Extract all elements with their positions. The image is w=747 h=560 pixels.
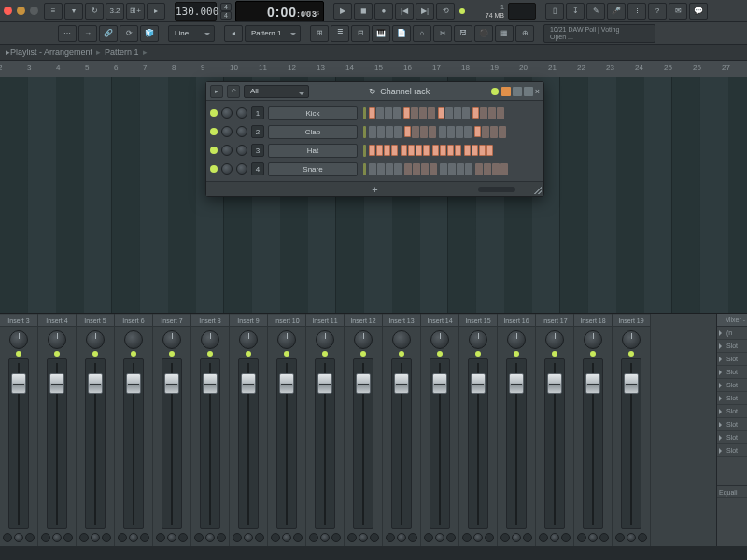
mixer-track[interactable]: Insert 11 [306,314,345,546]
route-button[interactable] [561,533,571,542]
fader-slot[interactable] [544,358,565,529]
step-button[interactable] [420,126,428,138]
step-button[interactable] [486,145,493,156]
step-button[interactable] [408,145,415,156]
pan-knob[interactable] [354,330,373,349]
channel-name-button[interactable]: Hat [268,144,358,158]
track-label[interactable]: Insert 17 [536,315,573,327]
mute-button[interactable] [233,533,242,542]
toolbar-button[interactable]: 🎤 [607,3,626,20]
toolbar-button[interactable]: ✎ [586,3,605,20]
track-led-icon[interactable] [437,351,443,357]
mixer-track[interactable]: Insert 15 [459,314,498,546]
step-button[interactable] [394,126,402,138]
step-button[interactable] [413,163,420,175]
toolbar-button[interactable]: ⊟ [351,25,370,42]
step-button[interactable] [376,107,384,119]
step-button[interactable] [465,163,472,175]
step-button[interactable] [454,107,461,119]
route-button[interactable] [331,533,341,542]
mixer-track[interactable]: Insert 5 [77,314,115,546]
toolbar-button[interactable]: 3.2 [106,3,124,20]
fader-cap[interactable] [471,373,486,394]
toolbar-button[interactable]: |◀ [395,3,414,20]
toolbar-button[interactable]: 🖫 [454,25,472,42]
toolbar-button[interactable]: ? [648,3,667,20]
toolbar-button[interactable]: ⊞+ [126,3,145,20]
channel-pan-knob[interactable] [221,163,233,175]
channel-number[interactable]: 3 [251,144,264,157]
step-button[interactable] [440,145,446,156]
step-sequencer[interactable] [363,145,495,157]
fader-slot[interactable] [583,358,603,529]
fader-slot[interactable] [123,358,144,529]
channel-led-icon[interactable] [210,109,218,117]
step-button[interactable] [411,107,418,119]
fader-cap[interactable] [203,373,218,394]
route-button[interactable] [293,533,303,542]
mixer-track[interactable]: Insert 13 [383,314,421,546]
mute-button[interactable] [271,533,280,542]
route-button[interactable] [485,533,494,542]
pan-knob[interactable] [507,330,526,349]
fader-slot[interactable] [8,358,29,529]
timesig-top[interactable]: 4 [220,3,232,11]
fader-slot[interactable] [315,358,335,529]
mute-button[interactable] [41,533,50,542]
fader-cap[interactable] [164,373,179,394]
track-led-icon[interactable] [514,351,519,357]
velocity-bar[interactable] [363,145,366,157]
mute-button[interactable] [539,533,548,542]
step-button[interactable] [464,145,471,156]
velocity-bar[interactable] [363,163,366,175]
mixer-track[interactable]: Insert 10 [268,314,306,546]
pan-knob[interactable] [622,330,641,349]
track-label[interactable]: Insert 13 [383,315,420,327]
track-label[interactable]: Insert 12 [345,315,382,327]
track-label[interactable]: Insert 5 [77,315,114,327]
channel-rack-window[interactable]: ▸ ↶ All ↻ Channel rack × 1Kick2Clap3Hat4… [205,81,544,197]
fader-slot[interactable] [200,358,220,529]
route-button[interactable] [446,533,456,542]
toolbar-button[interactable]: ⊞ [310,25,329,42]
effect-slot[interactable]: Slot [717,444,747,457]
toolbar-button[interactable]: ⌂ [413,25,431,42]
send-knob[interactable] [397,533,406,542]
send-knob[interactable] [205,533,215,542]
menu-dropdown-icon[interactable]: ▾ [64,3,83,20]
channel-pan-knob[interactable] [221,126,233,137]
fader-slot[interactable] [621,358,641,529]
route-button[interactable] [63,533,73,542]
step-button[interactable] [464,126,472,138]
pan-knob[interactable] [469,330,487,349]
toolbar-button[interactable]: ⟳ [120,25,138,42]
step-button[interactable] [462,107,470,119]
toolbar-button[interactable]: ⫶ [627,3,646,20]
step-button[interactable] [369,126,376,138]
step-button[interactable] [438,107,444,119]
track-led-icon[interactable] [590,351,596,357]
effect-slot[interactable]: Slot [717,405,747,418]
step-sequencer[interactable] [363,107,506,119]
step-button[interactable] [412,126,419,138]
toolbar-button[interactable]: 🔗 [99,25,118,42]
step-button[interactable] [447,145,454,156]
track-led-icon[interactable] [92,351,98,357]
step-button[interactable] [403,107,410,119]
track-label[interactable]: Insert 8 [191,315,229,327]
route-button[interactable] [25,533,35,542]
mixer-track[interactable]: Insert 16 [498,314,536,546]
step-button[interactable] [447,126,455,138]
fader-slot[interactable] [468,358,488,529]
toolbar-button[interactable]: ◼ [354,3,373,20]
menu-button[interactable]: ≡ [44,3,63,20]
fader-slot[interactable] [238,358,259,529]
mixer-track[interactable]: Insert 9 [230,314,268,546]
effect-slot[interactable]: Slot [717,379,747,392]
toolbar-button[interactable]: ▶ [333,3,352,20]
step-sequencer[interactable] [363,163,510,175]
step-button[interactable] [377,163,385,175]
step-button[interactable] [484,163,491,175]
step-button[interactable] [475,163,483,175]
step-button[interactable] [385,107,392,119]
